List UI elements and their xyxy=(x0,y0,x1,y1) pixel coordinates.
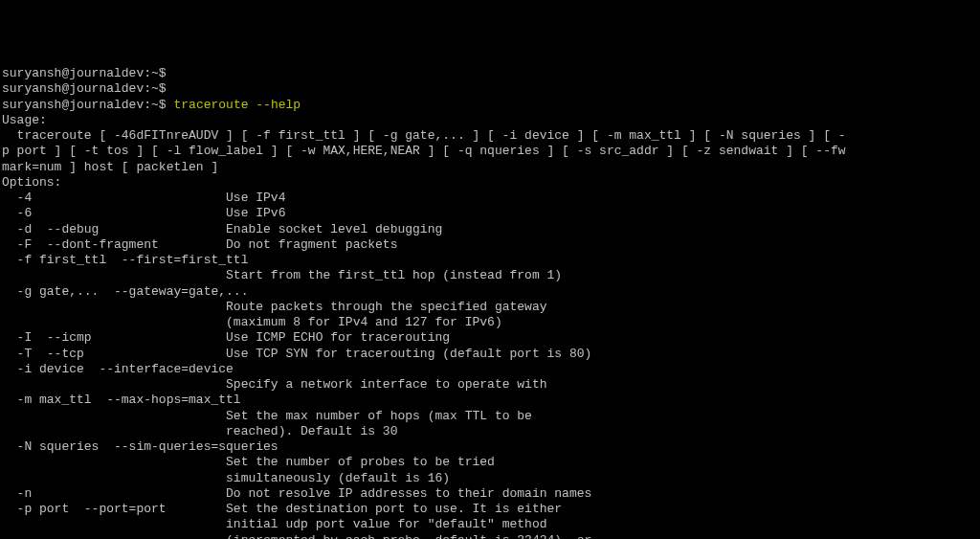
prompt-path: ~ xyxy=(151,81,159,96)
output-line: initial udp port value for "default" met… xyxy=(2,517,978,532)
output-line: -T --tcp Use TCP SYN for tracerouting (d… xyxy=(2,347,978,362)
terminal-window[interactable]: suryansh@journaldev:~$ suryansh@journald… xyxy=(2,66,978,539)
prompt-symbol: $ xyxy=(159,81,167,96)
command-input[interactable]: traceroute --help xyxy=(173,98,301,112)
output-line: -n Do not resolve IP addresses to their … xyxy=(2,486,978,502)
prompt-user: suryansh@journaldev xyxy=(2,81,144,96)
prompt-symbol: $ xyxy=(159,66,167,80)
output-line: -m max_ttl --max-hops=max_ttl xyxy=(2,393,978,408)
output-line: traceroute [ -46dFITnreAUDV ] [ -f first… xyxy=(2,128,978,144)
prompt-path: ~ xyxy=(151,98,159,112)
output-line: (maximum 8 for IPv4 and 127 for IPv6) xyxy=(2,315,978,330)
output-line: -f first_ttl --first=first_ttl xyxy=(2,253,978,268)
output-line: Usage: xyxy=(2,113,978,128)
output-line: Start from the first_ttl hop (instead fr… xyxy=(2,268,978,283)
prompt-user: suryansh@journaldev xyxy=(2,98,144,112)
output-line: (incremented by each probe, default is 3… xyxy=(2,533,978,540)
output-line: -F --dont-fragment Do not fragment packe… xyxy=(2,237,978,253)
output-line: reached). Default is 30 xyxy=(2,424,978,439)
output-line: p port ] [ -t tos ] [ -l flow_label ] [ … xyxy=(2,144,978,159)
output-line: -N squeries --sim-queries=squeries xyxy=(2,439,978,455)
output-line: -4 Use IPv4 xyxy=(2,191,978,206)
prompt-symbol: $ xyxy=(159,98,167,112)
output-line: -6 Use IPv6 xyxy=(2,206,978,221)
output-line: Set the max number of hops (max TTL to b… xyxy=(2,409,978,424)
prompt-line-1: suryansh@journaldev:~$ xyxy=(2,66,978,81)
output-line: Route packets through the specified gate… xyxy=(2,300,978,315)
prompt-user: suryansh@journaldev xyxy=(2,66,144,80)
output-line: -p port --port=port Set the destination … xyxy=(2,502,978,517)
prompt-line-3: suryansh@journaldev:~$ traceroute --help xyxy=(2,98,978,113)
output-line: -i device --interface=device xyxy=(2,362,978,377)
prompt-line-2: suryansh@journaldev:~$ xyxy=(2,81,978,97)
output-line: mark=num ] host [ packetlen ] xyxy=(2,160,978,175)
output-line: Options: xyxy=(2,175,978,191)
output-line: -d --debug Enable socket level debugging xyxy=(2,222,978,237)
prompt-path: ~ xyxy=(151,66,159,80)
output-line: simultaneously (default is 16) xyxy=(2,471,978,486)
output-line: Set the number of probes to be tried xyxy=(2,455,978,470)
output-line: Specify a network interface to operate w… xyxy=(2,377,978,393)
output-line: -I --icmp Use ICMP ECHO for tracerouting xyxy=(2,330,978,346)
output-line: -g gate,... --gateway=gate,... xyxy=(2,284,978,300)
